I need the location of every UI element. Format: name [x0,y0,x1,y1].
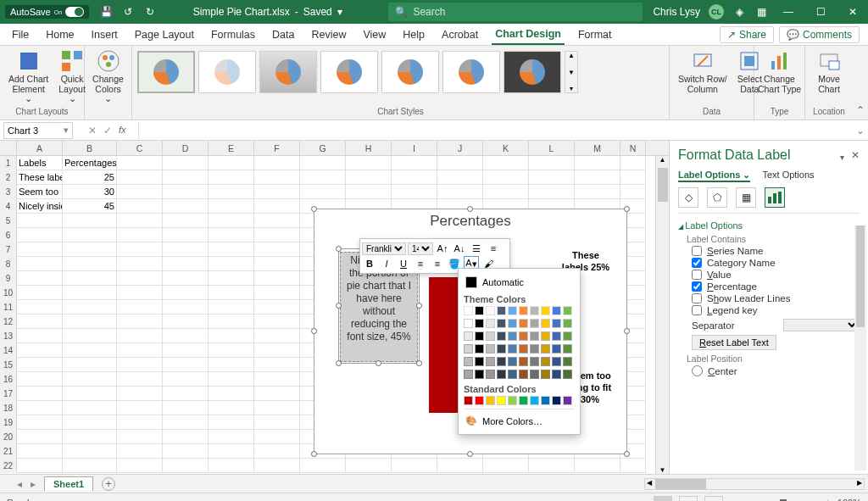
zoom-in-icon[interactable]: + [825,498,830,502]
cell[interactable] [117,387,163,401]
cell[interactable] [300,156,346,170]
color-swatch[interactable] [486,306,495,315]
cell[interactable] [163,329,209,343]
cell[interactable] [17,257,63,271]
confirm-edit-icon[interactable]: ✓ [103,125,112,136]
cell[interactable] [163,286,209,300]
cell[interactable] [163,459,209,473]
cell[interactable] [437,170,483,185]
cell[interactable] [300,459,346,473]
search-input[interactable]: 🔍 Search [388,3,643,21]
radio-center[interactable]: Center [692,365,860,376]
cell[interactable] [254,199,300,214]
cell[interactable] [163,156,209,170]
cell[interactable] [17,372,63,387]
cell[interactable] [209,315,254,329]
cell[interactable] [117,315,163,329]
shrink-font-icon[interactable]: A↓ [452,241,467,256]
color-swatch[interactable] [519,344,528,353]
ribbon-mode-icon[interactable]: ▦ [754,5,768,19]
resize-handle[interactable] [467,206,473,212]
tab-chart-design[interactable]: Chart Design [492,25,565,45]
cell[interactable] [209,444,254,459]
row-header[interactable]: 18 [0,401,17,415]
color-swatch[interactable] [497,370,506,379]
col-G[interactable]: G [300,141,346,156]
label-options-icon[interactable] [765,187,785,208]
color-swatch[interactable] [475,357,484,366]
cell[interactable]: These labe [17,170,63,185]
quick-layout-button[interactable]: Quick Layout⌄ [55,47,89,106]
cell[interactable]: Labels [17,156,63,170]
cell[interactable] [254,228,300,242]
color-swatch[interactable] [541,319,550,328]
zoom-out-icon[interactable]: − [730,498,735,502]
cell[interactable] [254,214,300,228]
grow-font-icon[interactable]: A↑ [435,241,450,256]
font-family-select[interactable]: Franklin Gothic [362,242,406,255]
cell[interactable] [209,242,254,257]
color-swatch[interactable] [541,396,550,405]
cell[interactable]: 30 [63,185,117,199]
row-header[interactable]: 13 [0,329,17,343]
cell[interactable] [529,459,575,473]
maximize-button[interactable]: ☐ [809,0,832,24]
cell[interactable] [437,156,483,170]
style-thumb-2[interactable] [198,51,256,93]
color-swatch[interactable] [530,357,539,366]
cell[interactable] [17,430,63,444]
cell[interactable] [163,170,209,185]
col-H[interactable]: H [346,141,392,156]
color-swatch[interactable] [475,319,484,328]
color-swatch[interactable] [530,396,539,405]
style-thumb-6[interactable] [442,51,500,93]
cell[interactable] [63,387,117,401]
color-swatch[interactable] [563,331,572,341]
cell[interactable] [117,271,163,286]
pane-options-icon[interactable]: ▾ [840,153,844,162]
tab-formulas[interactable]: Formulas [208,25,259,44]
cell[interactable] [117,430,163,444]
cell[interactable] [483,459,529,473]
cell[interactable] [163,444,209,459]
row-header[interactable]: 4 [0,199,17,214]
cell[interactable] [117,214,163,228]
autosave-toggle[interactable]: AutoSave On [5,5,89,19]
name-box[interactable]: Chart 3▾ [3,122,73,139]
row-header[interactable]: 20 [0,430,17,444]
checkbox-percentage[interactable]: Percentage [692,281,860,292]
cell[interactable] [620,185,646,199]
collapse-ribbon-button[interactable]: ⌃ [853,46,868,120]
color-swatch[interactable] [508,306,517,315]
cell[interactable] [254,358,300,372]
align-left-icon[interactable]: ≡ [413,256,428,271]
color-swatch[interactable] [541,306,550,315]
zoom-level[interactable]: 100% [837,498,861,502]
italic-icon[interactable]: I [379,256,394,271]
cell[interactable] [254,444,300,459]
cell[interactable] [63,329,117,343]
cell[interactable] [163,271,209,286]
cell[interactable] [163,415,209,430]
row-header[interactable]: 7 [0,242,17,257]
tab-insert[interactable]: Insert [88,25,121,44]
row-header[interactable]: 21 [0,444,17,459]
text-options-tab[interactable]: Text Options [762,170,814,182]
cell[interactable] [63,459,117,473]
cell[interactable] [17,286,63,300]
cell[interactable] [254,343,300,358]
cell[interactable] [254,156,300,170]
cell[interactable] [17,242,63,257]
tab-review[interactable]: Review [308,25,349,44]
cell[interactable] [254,185,300,199]
tab-acrobat[interactable]: Acrobat [438,25,481,44]
cell[interactable]: Percentages [63,156,117,170]
color-swatch[interactable] [464,306,473,315]
cell[interactable] [63,372,117,387]
cell[interactable] [209,387,254,401]
color-swatch[interactable] [497,306,506,315]
color-swatch[interactable] [486,344,495,353]
redo-icon[interactable]: ↻ [143,5,157,19]
fx-icon[interactable]: fx [119,125,126,136]
cell[interactable] [392,170,437,185]
